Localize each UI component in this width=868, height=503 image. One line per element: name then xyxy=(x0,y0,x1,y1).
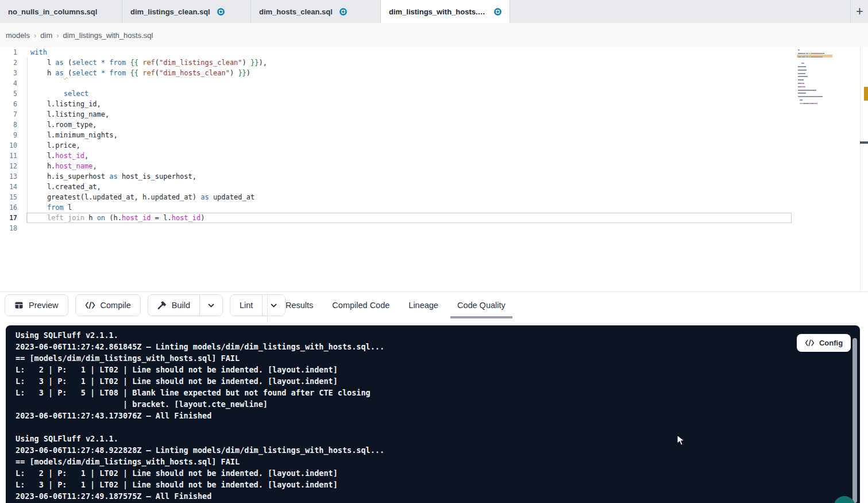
lint-squiggle xyxy=(64,69,68,77)
new-tab-button[interactable]: + xyxy=(851,0,868,23)
config-label: Config xyxy=(819,339,843,347)
line-number: 14 xyxy=(0,182,17,192)
terminal-panel[interactable]: Using SQLFluff v2.1.1. 2023-06-06T11:27:… xyxy=(6,325,860,503)
code-line-13[interactable]: 13 h.is_superhost as host_is_superhost, xyxy=(0,171,868,182)
breadcrumb-bar: models›dim›dim_listings_with_hosts.sql S… xyxy=(0,23,868,48)
line-number: 13 xyxy=(0,171,17,182)
code-text: with xyxy=(30,47,47,57)
tab-label: dim_hosts_clean.sql xyxy=(259,7,333,16)
tab-code-quality[interactable]: Code Quality xyxy=(457,301,506,310)
code-icon xyxy=(85,302,95,309)
terminal-output-block-1: Using SQLFluff v2.1.1. 2023-06-06T11:27:… xyxy=(16,329,860,421)
code-line-12[interactable]: 12 h.host_name, xyxy=(0,161,868,171)
code-line-6[interactable]: 6 l.listing_id, xyxy=(0,99,868,109)
toolbar-divider xyxy=(267,293,268,324)
tab-dim-hosts-clean-sql[interactable]: dim_hosts_clean.sql xyxy=(251,0,381,23)
code-line-17[interactable]: 17 left join h on (h.host_id = l.host_id… xyxy=(0,213,868,223)
minimap[interactable] xyxy=(798,49,831,112)
code-text: l.host_id, xyxy=(30,151,88,161)
code-text: l.price, xyxy=(30,140,80,151)
preview-button-group: Preview xyxy=(5,294,68,316)
code-text: h.host_name, xyxy=(30,161,97,171)
line-number: 18 xyxy=(0,223,17,233)
line-number: 3 xyxy=(0,68,17,78)
modified-dot-icon xyxy=(340,8,347,16)
tabbar-divider xyxy=(850,0,851,23)
tabs-holder: no_nulls_in_columns.sqldim_listings_clea… xyxy=(0,0,510,23)
line-number: 1 xyxy=(0,47,17,57)
breadcrumb-item-dim-listings-with-hosts-sql[interactable]: dim_listings_with_hosts.sql xyxy=(63,31,153,40)
breadcrumb-item-dim[interactable]: dim xyxy=(40,31,52,40)
tab-results[interactable]: Results xyxy=(286,301,313,310)
lint-button[interactable]: Lint xyxy=(230,295,262,316)
preview-button[interactable]: Preview xyxy=(5,295,68,316)
code-line-4[interactable]: 4 xyxy=(0,78,868,89)
code-line-5[interactable]: 5 select xyxy=(0,89,868,99)
code-line-14[interactable]: 14 l.created_at, xyxy=(0,182,868,192)
tab-lineage[interactable]: Lineage xyxy=(408,301,438,310)
tab-dim-listings-with-hosts-sql[interactable]: dim_listings_with_hosts.sql xyxy=(381,0,510,23)
code-line-2[interactable]: 2 l as (select * from {{ ref("dim_listin… xyxy=(0,57,868,68)
breadcrumb-separator-icon: › xyxy=(34,31,36,40)
code-line-18[interactable]: 18 xyxy=(0,223,868,233)
code-text: l as (select * from {{ ref("dim_listings… xyxy=(30,57,267,68)
tab-no-nulls-in-columns-sql[interactable]: no_nulls_in_columns.sql xyxy=(0,0,122,23)
lint-button-group: Lint xyxy=(230,294,286,316)
code-line-16[interactable]: 16 from l xyxy=(0,202,868,213)
line-number: 2 xyxy=(0,57,17,68)
terminal-output: Using SQLFluff v2.1.1. 2023-06-06T11:27:… xyxy=(6,325,860,502)
code-text: l.listing_id, xyxy=(30,99,101,109)
tab-compiled-code[interactable]: Compiled Code xyxy=(332,301,389,310)
terminal-output-block-2: Using SQLFluff v2.1.1. 2023-06-06T11:27:… xyxy=(16,433,860,502)
modified-dot-icon xyxy=(217,8,225,16)
line-number: 7 xyxy=(0,109,17,120)
terminal-scrollbar[interactable] xyxy=(852,338,857,503)
toolbar-buttons: PreviewCompileBuildLint xyxy=(5,294,286,316)
modified-dot-icon xyxy=(494,8,501,16)
build-button-group: Build xyxy=(148,294,223,316)
code-line-10[interactable]: 10 l.price, xyxy=(0,140,868,151)
line-number: 4 xyxy=(0,78,17,89)
code-line-3[interactable]: 3 h as (select * from {{ ref("dim_hosts_… xyxy=(0,68,868,78)
code-line-15[interactable]: 15 greatest(l.updated_at, h.updated_at) … xyxy=(0,192,868,202)
code-text: h as (select * from {{ ref("dim_hosts_cl… xyxy=(30,68,250,78)
code-line-8[interactable]: 8 l.room_type, xyxy=(0,120,868,130)
config-button[interactable]: Config xyxy=(797,334,851,352)
lint-dropdown-button[interactable] xyxy=(262,295,285,316)
code-editor[interactable]: 1with2 l as (select * from {{ ref("dim_l… xyxy=(0,47,868,291)
tab-dim-listings-clean-sql[interactable]: dim_listings_clean.sql xyxy=(122,0,251,23)
compile-button[interactable]: Compile xyxy=(76,295,140,316)
code-line-9[interactable]: 9 l.minimum_nights, xyxy=(0,130,868,140)
line-number: 16 xyxy=(0,202,17,213)
line-number: 5 xyxy=(0,89,17,99)
build-button[interactable]: Build xyxy=(148,295,199,316)
code-line-11[interactable]: 11 l.host_id, xyxy=(0,151,868,161)
line-number: 15 xyxy=(0,192,17,202)
action-toolbar: PreviewCompileBuildLint ResultsCompiled … xyxy=(0,291,868,325)
line-number: 10 xyxy=(0,140,17,151)
line-number: 17 xyxy=(0,213,17,223)
breadcrumb-item-models[interactable]: models xyxy=(6,31,30,40)
code-text: l.room_type, xyxy=(30,120,97,130)
line-number: 12 xyxy=(0,161,17,171)
code-icon xyxy=(805,340,815,346)
tab-label: dim_listings_clean.sql xyxy=(130,7,210,16)
lint-label: Lint xyxy=(240,301,253,310)
tab-label: dim_listings_with_hosts.sql xyxy=(389,7,487,16)
code-text: l.created_at, xyxy=(30,182,101,192)
build-dropdown-button[interactable] xyxy=(199,295,222,316)
compile-button-group: Compile xyxy=(75,294,141,316)
code-text: h.is_superhost as host_is_superhost, xyxy=(30,171,196,182)
compile-label: Compile xyxy=(101,301,131,310)
code-line-1[interactable]: 1with xyxy=(0,47,868,57)
line-number: 11 xyxy=(0,151,17,161)
line-number: 6 xyxy=(0,99,17,109)
editor-lines: 1with2 l as (select * from {{ ref("dim_l… xyxy=(0,47,868,233)
code-line-7[interactable]: 7 l.listing_name, xyxy=(0,109,868,120)
code-text: l.listing_name, xyxy=(30,109,109,120)
editor-right-border xyxy=(860,47,861,291)
code-text: select xyxy=(30,89,88,99)
chevron-down-icon xyxy=(207,302,215,309)
overview-ruler-cursor-marker[interactable] xyxy=(860,141,868,144)
breadcrumb: models›dim›dim_listings_with_hosts.sql xyxy=(6,31,153,40)
